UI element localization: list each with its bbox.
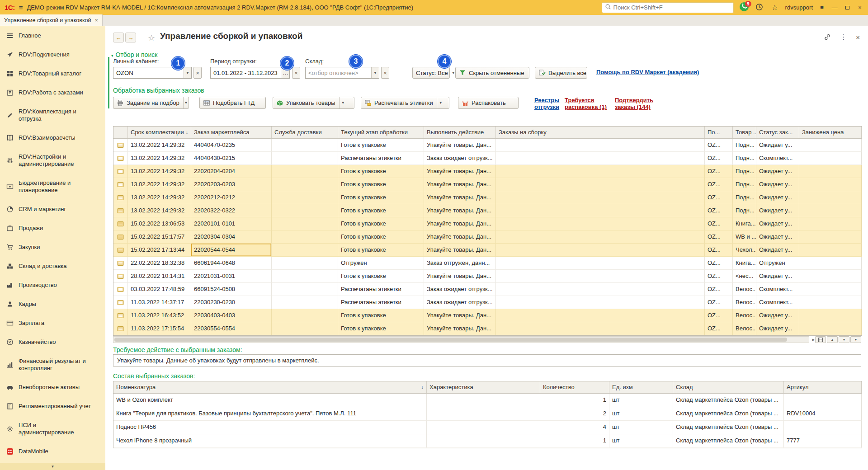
cell-item[interactable]: Велос... [733, 322, 756, 335]
column-header[interactable]: Служба доставки [272, 127, 338, 138]
cell-assembly[interactable] [496, 165, 705, 178]
print-labels-dropdown-icon[interactable]: ▼ [437, 97, 444, 108]
sidebar-item-5[interactable]: RDV:Взаиморасчеты [0, 128, 105, 147]
cell-order[interactable]: 22021031-0031 [191, 270, 272, 283]
cell-stage[interactable]: Готов к упаковке [338, 309, 424, 322]
cell-time[interactable]: 13.02.2022 14:29:32 [128, 191, 191, 204]
cell-po[interactable]: OZ... [705, 257, 733, 270]
sidebar-item-3[interactable]: RDV:Работа с заказами [0, 83, 105, 102]
cell-price[interactable] [799, 257, 862, 270]
cell-delivery[interactable] [272, 309, 338, 322]
cell-time[interactable]: 11.03.2022 14:37:17 [128, 296, 191, 309]
confirm-orders-link[interactable]: Подтвердить заказы (144) [615, 97, 653, 110]
cell-order[interactable]: 22020212-0212 [191, 191, 272, 204]
cell-item[interactable]: Подн... [733, 204, 756, 217]
cell-stage[interactable]: Распечатаны этикетки [338, 152, 424, 165]
cell-item[interactable]: Подн... [733, 152, 756, 165]
cell-order[interactable]: 66091524-0508 [191, 283, 272, 296]
column-header[interactable]: Выполнить действие [424, 127, 496, 138]
cell-item[interactable]: Подн... [733, 178, 756, 191]
column-header[interactable]: По... [705, 127, 733, 138]
cell-status[interactable]: Скомплект... [756, 152, 799, 165]
cell-price[interactable] [799, 178, 862, 191]
cell-action[interactable]: Упакуйте товары. Дан... [424, 270, 496, 283]
cell-order[interactable]: 66061944-0648 [191, 257, 272, 270]
sidebar-item-10[interactable]: Закупки [0, 238, 105, 257]
cell-assembly[interactable] [496, 296, 705, 309]
service-menu-icon[interactable]: ≡ [818, 4, 826, 11]
cell-status[interactable]: Ожидает у... [756, 322, 799, 335]
order-row[interactable]: 13.02.2022 14:29:3222020203-0203Готов к … [113, 178, 862, 191]
help-link[interactable]: Помощь по RDV Маркет (академия) [596, 69, 699, 75]
cell-time[interactable]: 28.02.2022 10:14:31 [128, 270, 191, 283]
cell-wh[interactable]: Склад маркетплейса Ozon (товары ... [673, 407, 784, 421]
cell-delivery[interactable] [272, 257, 338, 270]
order-row[interactable]: 13.02.2022 14:29:3244040430-0215Распечат… [113, 152, 862, 165]
sidebar-item-16[interactable]: Финансовый результат и контроллинг [0, 352, 105, 378]
warehouse-clear-button[interactable]: × [381, 67, 389, 79]
cell-po[interactable]: OZ... [705, 152, 733, 165]
cell-art[interactable] [784, 421, 862, 434]
cell-price[interactable] [799, 283, 862, 296]
column-header[interactable]: Ед. изм [609, 381, 673, 393]
cell-status[interactable]: Ожидает у... [756, 230, 799, 244]
cell-stage[interactable]: Готов к упаковке [338, 191, 424, 204]
cell-item[interactable]: Книга... [733, 217, 756, 230]
cell-po[interactable]: OZ... [705, 244, 733, 257]
cell-action[interactable]: Упакуйте товары. Дан... [424, 217, 496, 230]
search-input[interactable] [613, 4, 731, 11]
cell-item[interactable]: Велос... [733, 296, 756, 309]
cell-order[interactable]: 22020101-0101 [191, 217, 272, 230]
cell-po[interactable]: OZ... [705, 283, 733, 296]
cell-unit[interactable]: шт [609, 394, 673, 407]
cell-time[interactable]: 03.03.2022 17:48:59 [128, 283, 191, 296]
support-icon[interactable]: 9 [739, 3, 749, 13]
cell-char[interactable] [427, 394, 540, 407]
composition-row[interactable]: WB и Ozon комплект1штСклад маркетплейса … [113, 394, 862, 407]
cell-assembly[interactable] [496, 309, 705, 322]
cell-qty[interactable]: 1 [540, 434, 609, 448]
cell-time[interactable]: 13.02.2022 14:29:32 [128, 152, 191, 165]
cell-stage[interactable]: Готов к упаковке [338, 165, 424, 178]
cell-price[interactable] [799, 139, 862, 152]
cell-assembly[interactable] [496, 178, 705, 191]
cell-po[interactable]: OZ... [705, 191, 733, 204]
cell-assembly[interactable] [496, 191, 705, 204]
history-icon[interactable] [755, 3, 764, 13]
composition-row[interactable]: Поднос ПР4564штСклад маркетплейса Ozon (… [113, 421, 862, 434]
cell-action[interactable]: Упакуйте товары. Дан... [424, 191, 496, 204]
sidebar-item-20[interactable]: DataMobile [0, 442, 105, 461]
warehouse-dropdown-icon[interactable]: ▼ [371, 67, 379, 78]
cell-unit[interactable]: шт [609, 434, 673, 448]
back-button[interactable]: ← [113, 33, 124, 42]
hscrollbar-thumb[interactable] [114, 338, 787, 342]
cell-price[interactable] [799, 230, 862, 244]
select-all-button[interactable]: Выделить все [535, 67, 587, 79]
cell-action[interactable]: Упакуйте товары. Дан... [424, 165, 496, 178]
cell-item[interactable]: Подн... [733, 165, 756, 178]
close-window-icon[interactable]: × [856, 4, 863, 11]
order-row[interactable]: 13.02.2022 14:29:3222020204-0204Готов к … [113, 165, 862, 178]
cell-assembly[interactable] [496, 152, 705, 165]
warehouse-input[interactable] [306, 67, 371, 78]
cell-action[interactable]: Упакуйте товары. Дан... [424, 230, 496, 244]
cell-order[interactable]: 44040470-0235 [191, 139, 272, 152]
cell-assembly[interactable] [496, 204, 705, 217]
cell-delivery[interactable] [272, 139, 338, 152]
table-menu-button[interactable]: ▼ [850, 336, 861, 343]
sidebar-item-17[interactable]: Внеоборотные активы [0, 378, 105, 397]
cell-assembly[interactable] [496, 217, 705, 230]
cell-action[interactable]: Упакуйте товары. Дан... [424, 322, 496, 335]
cell-qty[interactable]: 4 [540, 421, 609, 434]
cell-wh[interactable]: Склад маркетплейса Ozon (товары ... [673, 421, 784, 434]
column-header[interactable]: Статус зак... [756, 127, 799, 138]
cell-stage[interactable]: Готов к упаковке [338, 270, 424, 283]
print-labels-button[interactable]: Распечатать этикетки ▼ [361, 97, 449, 109]
order-row[interactable]: 11.03.2022 16:43:5222030403-0403Готов к … [113, 309, 862, 322]
period-input[interactable] [211, 67, 282, 78]
cell-delivery[interactable] [272, 283, 338, 296]
cell-action[interactable]: Упакуйте товары. Дан... [424, 309, 496, 322]
column-header[interactable]: Склад [673, 381, 784, 393]
cell-assembly[interactable] [496, 139, 705, 152]
cell-time[interactable]: 13.02.2022 14:29:32 [128, 165, 191, 178]
